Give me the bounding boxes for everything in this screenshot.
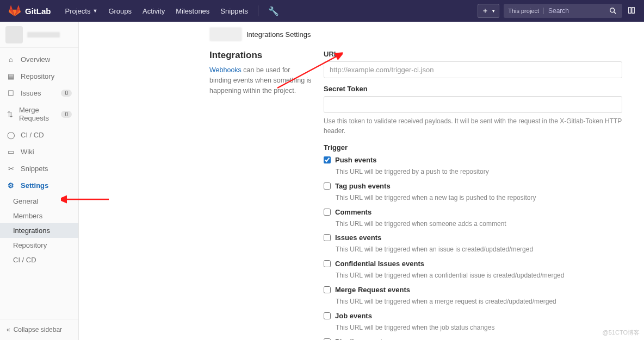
trigger-checkbox-label[interactable]: Pipeline events — [324, 338, 622, 340]
trigger-label: Job events — [335, 312, 372, 320]
chevron-down-icon: ▼ — [92, 8, 97, 14]
trigger-row: Comments — [324, 208, 622, 216]
trigger-checkbox[interactable] — [324, 209, 331, 216]
trigger-checkbox-label[interactable]: Confidential Issues events — [324, 260, 622, 268]
nav-activity[interactable]: Activity — [137, 0, 170, 22]
webhooks-link[interactable]: Webhooks — [209, 66, 242, 74]
trigger-checkbox-label[interactable]: Tag push events — [324, 182, 622, 190]
trigger-checkbox[interactable] — [324, 234, 331, 241]
url-label: URL — [324, 50, 622, 58]
trigger-label: Pipeline events — [335, 338, 387, 340]
merge-icon: ⇅ — [7, 110, 14, 118]
nav-snippets[interactable]: Snippets — [215, 0, 253, 22]
gitlab-icon — [9, 5, 21, 17]
trigger-checkbox[interactable] — [324, 312, 331, 319]
main-content: Integrations Settings Integrations Webho… — [79, 22, 644, 340]
ci-icon: ◯ — [7, 131, 15, 139]
gitlab-logo[interactable]: GitLab — [9, 5, 51, 17]
trigger-label: Tag push events — [335, 182, 391, 190]
admin-wrench-icon[interactable]: 🔧 — [263, 0, 284, 22]
brand-text: GitLab — [25, 7, 51, 16]
trigger-row: Issues events — [324, 234, 622, 242]
sidebar-item-overview[interactable]: ⌂Overview — [0, 51, 78, 68]
repo-icon: ▤ — [7, 72, 15, 80]
trigger-desc: This URL will be triggered when a new ta… — [336, 193, 622, 203]
trigger-checkbox-label[interactable]: Comments — [324, 208, 622, 216]
sidebar-item-label: CI / CD — [21, 131, 44, 139]
chevron-left-icon: « — [7, 326, 10, 333]
home-icon: ⌂ — [7, 55, 15, 64]
sidebar-subitem-general[interactable]: General — [0, 194, 78, 209]
sidebar-subitem-ci-cd[interactable]: CI / CD — [0, 253, 78, 267]
trigger-desc: This URL will be triggered when someone … — [336, 219, 622, 229]
trigger-checkbox-label[interactable]: Issues events — [324, 234, 622, 242]
book-icon[interactable] — [628, 7, 635, 16]
sidebar-subitem-repository[interactable]: Repository — [0, 238, 78, 253]
trigger-checkbox[interactable] — [324, 182, 331, 190]
sidebar-item-label: Issues — [21, 89, 41, 97]
trigger-desc: This URL will be triggered by a push to … — [336, 167, 622, 177]
new-dropdown-button[interactable]: ＋▼ — [478, 4, 499, 18]
nav-divider — [258, 5, 258, 16]
sidebar-item-label: Merge Requests — [19, 106, 61, 122]
sidebar-item-merge-requests[interactable]: ⇅Merge Requests0 — [0, 102, 78, 127]
sidebar-item-label: Wiki — [21, 148, 34, 156]
secret-help: Use this token to validate received payl… — [324, 116, 622, 136]
count-badge: 0 — [61, 90, 72, 97]
section-description: Integrations Webhooks can be used for bi… — [209, 50, 324, 340]
plus-icon: ＋ — [481, 6, 489, 16]
search-scope[interactable]: This project — [504, 8, 544, 14]
section-heading: Integrations — [209, 50, 313, 61]
trigger-checkbox[interactable] — [324, 338, 331, 340]
sidebar-item-repository[interactable]: ▤Repository — [0, 68, 78, 85]
sidebar-subitem-integrations[interactable]: Integrations — [0, 223, 78, 238]
collapse-sidebar[interactable]: « Collapse sidebar — [0, 319, 78, 340]
settings-icon: ⚙ — [7, 181, 15, 190]
wiki-icon: ▭ — [7, 148, 15, 156]
trigger-checkbox[interactable] — [324, 156, 331, 163]
secret-input[interactable] — [324, 96, 622, 113]
svg-line-1 — [614, 12, 616, 14]
search-icon — [609, 7, 617, 15]
trigger-label: Push events — [335, 156, 377, 164]
svg-rect-3 — [632, 7, 634, 13]
top-navbar: GitLab Projects▼ Groups Activity Milesto… — [0, 0, 644, 22]
search-input[interactable] — [544, 7, 604, 15]
trigger-row: Job events — [324, 312, 622, 320]
watermark: @51CTO博客 — [603, 329, 640, 337]
trigger-row: Tag push events — [324, 182, 622, 190]
trigger-heading: Trigger — [324, 143, 622, 152]
trigger-checkbox-label[interactable]: Merge Request events — [324, 286, 622, 294]
sidebar-item-settings[interactable]: ⚙Settings — [0, 177, 78, 194]
trigger-desc: This URL will be triggered when an issue… — [336, 245, 622, 254]
svg-rect-2 — [629, 7, 631, 13]
sidebar-item-snippets[interactable]: ✂Snippets — [0, 160, 78, 177]
sidebar-item-ci-cd[interactable]: ◯CI / CD — [0, 127, 78, 143]
count-badge: 0 — [61, 111, 72, 118]
project-header[interactable] — [0, 22, 78, 48]
trigger-desc: This URL will be triggered when the job … — [336, 323, 622, 332]
url-input[interactable] — [324, 61, 622, 78]
nav-projects[interactable]: Projects▼ — [60, 0, 103, 22]
search-box: This project — [504, 4, 622, 18]
sidebar-subitem-members[interactable]: Members — [0, 209, 78, 223]
sidebar-item-label: Settings — [21, 181, 48, 190]
sidebar-item-label: Repository — [21, 72, 54, 80]
nav-milestones[interactable]: Milestones — [170, 0, 215, 22]
issues-icon: ☐ — [7, 89, 15, 97]
trigger-label: Confidential Issues events — [335, 260, 424, 268]
project-name-blurred — [27, 32, 60, 37]
nav-groups[interactable]: Groups — [103, 0, 137, 22]
sidebar-item-issues[interactable]: ☐Issues0 — [0, 85, 78, 102]
trigger-desc: This URL will be triggered when a merge … — [336, 297, 622, 306]
sidebar-item-wiki[interactable]: ▭Wiki — [0, 143, 78, 160]
trigger-checkbox-label[interactable]: Push events — [324, 156, 622, 164]
breadcrumb-label: Integrations Settings — [246, 30, 311, 39]
trigger-checkbox[interactable] — [324, 286, 331, 293]
trigger-checkbox-label[interactable]: Job events — [324, 312, 622, 320]
snippets-icon: ✂ — [7, 165, 15, 173]
breadcrumb-blurred — [209, 27, 242, 41]
search-button[interactable] — [604, 7, 622, 15]
trigger-checkbox[interactable] — [324, 260, 331, 267]
trigger-row: Push events — [324, 156, 622, 164]
